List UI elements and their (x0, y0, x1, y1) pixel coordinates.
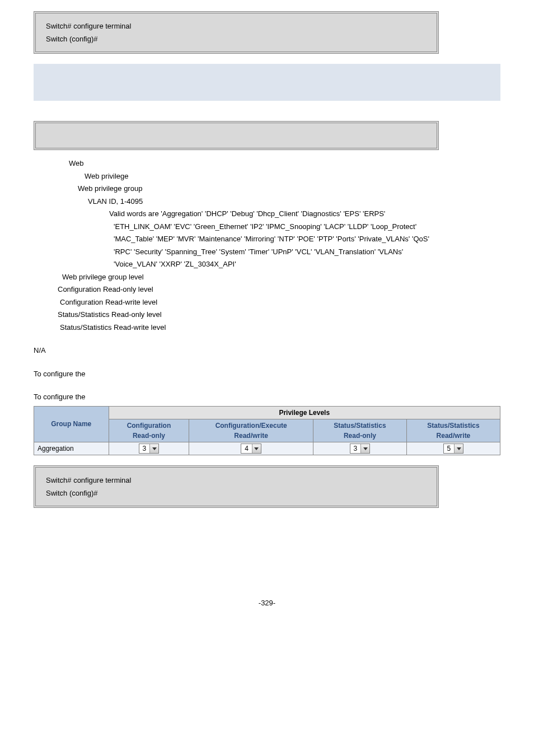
header-text: Configuration/Execute (193, 421, 309, 431)
header-text: Status/Statistics (410, 421, 496, 431)
chevron-down-icon (360, 444, 369, 453)
col-config-rw: Configuration/Execute Read/write (189, 419, 313, 442)
param-valid-words: 'MAC_Table' 'MEP' 'MVR' 'Maintenance' 'M… (114, 234, 500, 245)
code-box-bottom: Switch# configure terminal Switch (confi… (34, 465, 439, 508)
level-dropdown[interactable]: 5 (443, 444, 464, 454)
row-name-cell: Aggregation (34, 442, 109, 455)
chevron-down-icon (149, 444, 158, 453)
header-text: Configuration (113, 421, 186, 431)
cell-config-ro: 3 (109, 442, 189, 455)
dropdown-value: 4 (241, 444, 252, 453)
param-vlan: VLAN ID, 1-4095 (88, 196, 500, 207)
configure-label-2: To configure the (34, 391, 500, 403)
param-stat-rw: Status/Statistics Read-write level (60, 322, 500, 333)
na-label: N/A (34, 345, 500, 356)
col-group-name: Group Name (34, 406, 109, 442)
cell-status-rw: 5 (406, 442, 500, 455)
param-cfg-rw: Configuration Read-write level (60, 297, 500, 308)
chevron-down-icon (454, 444, 463, 453)
code-box-top: Switch# configure terminal Switch (confi… (34, 11, 439, 54)
page-number: -329- (34, 598, 500, 609)
level-dropdown[interactable]: 3 (350, 444, 371, 454)
parameters-block: Web Web privilege Web privilege group VL… (53, 158, 500, 333)
dropdown-value: 3 (350, 444, 361, 453)
param-valid-words: Valid words are 'Aggregation' 'DHCP' 'De… (109, 208, 500, 220)
param-web-priv-group: Web privilege group (78, 183, 500, 194)
param-valid-words: 'RPC' 'Security' 'Spanning_Tree' 'System… (114, 246, 500, 258)
header-text: Status/Statistics (317, 421, 403, 431)
param-stat-ro: Status/Statistics Read-only level (58, 309, 500, 320)
header-text: Read/write (410, 431, 496, 441)
code-line: Switch (config)# (46, 488, 427, 499)
code-line: Switch (config)# (46, 34, 427, 45)
dropdown-value: 3 (139, 444, 150, 453)
header-text: Read-only (317, 431, 403, 441)
param-valid-words: 'Voice_VLAN' 'XXRP' 'ZL_3034X_API' (114, 259, 500, 270)
privilege-levels-table: Group Name Privilege Levels Configuratio… (34, 406, 500, 456)
empty-code-box (34, 121, 439, 150)
param-cfg-ro: Configuration Read-only level (58, 284, 500, 295)
blue-band (34, 64, 500, 101)
col-privilege-title: Privilege Levels (109, 406, 500, 419)
param-group-level: Web privilege group level (62, 272, 500, 283)
col-status-rw: Status/Statistics Read/write (406, 419, 500, 442)
col-status-ro: Status/Statistics Read-only (313, 419, 406, 442)
param-valid-words: 'ETH_LINK_OAM' 'EVC' 'Green_Ethernet' 'I… (114, 221, 500, 232)
param-web: Web (69, 158, 500, 169)
cell-status-ro: 3 (313, 442, 406, 455)
header-text: Read-only (113, 431, 186, 441)
col-config-ro: Configuration Read-only (109, 419, 189, 442)
level-dropdown[interactable]: 3 (139, 444, 160, 454)
param-web-privilege: Web privilege (85, 171, 500, 182)
dropdown-value: 5 (444, 444, 455, 453)
code-line: Switch# configure terminal (46, 475, 427, 486)
configure-label-1: To configure the (34, 368, 500, 380)
header-text: Read/write (193, 431, 309, 441)
chevron-down-icon (252, 444, 261, 453)
code-line: Switch# configure terminal (46, 21, 427, 32)
level-dropdown[interactable]: 4 (241, 444, 261, 454)
cell-config-rw: 4 (189, 442, 313, 455)
